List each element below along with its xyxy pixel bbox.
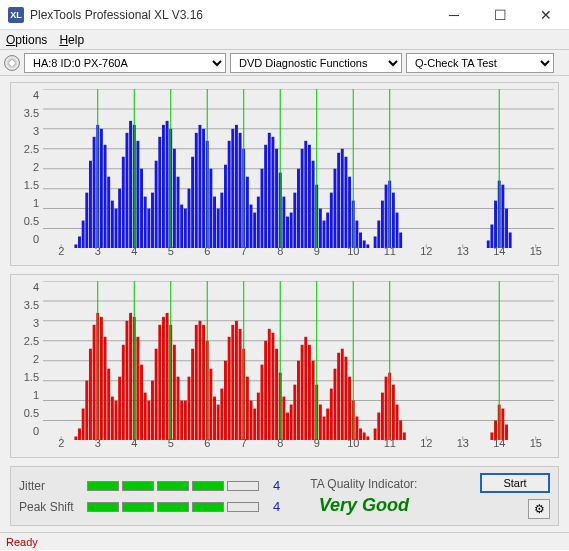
svg-rect-66 — [231, 129, 234, 249]
svg-rect-36 — [122, 157, 125, 249]
svg-rect-85 — [301, 149, 304, 249]
svg-rect-245 — [501, 409, 504, 441]
svg-rect-81 — [286, 217, 289, 249]
svg-rect-184 — [191, 349, 194, 441]
svg-rect-54 — [188, 189, 191, 249]
svg-rect-95 — [337, 153, 340, 249]
svg-rect-50 — [173, 149, 176, 249]
peakshift-row: Peak Shift 4 — [19, 499, 280, 514]
svg-rect-199 — [246, 377, 249, 441]
svg-rect-192 — [220, 389, 223, 441]
svg-rect-68 — [239, 133, 242, 249]
svg-rect-72 — [253, 213, 256, 249]
svg-rect-57 — [198, 125, 201, 249]
svg-rect-217 — [312, 361, 315, 441]
svg-rect-44 — [151, 193, 154, 249]
svg-rect-227 — [348, 377, 351, 441]
svg-rect-56 — [195, 133, 198, 249]
svg-rect-221 — [326, 409, 329, 441]
settings-button[interactable]: ⚙ — [528, 499, 550, 519]
svg-rect-37 — [125, 133, 128, 249]
yaxis-top: 43.532.521.510.50 — [15, 89, 43, 261]
svg-rect-82 — [290, 213, 293, 249]
svg-rect-77 — [271, 137, 274, 249]
svg-rect-87 — [308, 145, 311, 249]
jitter-row: Jitter 4 — [19, 478, 280, 493]
plot-top — [43, 89, 554, 248]
quality-label: TA Quality Indicator: — [310, 477, 417, 491]
svg-rect-55 — [191, 157, 194, 249]
svg-rect-235 — [381, 393, 384, 441]
svg-rect-65 — [228, 141, 231, 249]
svg-rect-238 — [392, 385, 395, 441]
chart-top: 43.532.521.510.50 23456789101112131415 — [10, 82, 559, 266]
quality-value: Very Good — [310, 495, 417, 516]
svg-rect-74 — [261, 169, 264, 249]
svg-rect-75 — [264, 145, 267, 249]
svg-rect-94 — [334, 169, 337, 249]
svg-rect-88 — [312, 161, 315, 249]
peakshift-bars — [87, 502, 259, 512]
menu-options[interactable]: Options — [6, 33, 47, 47]
svg-rect-239 — [396, 405, 399, 441]
svg-rect-35 — [118, 189, 121, 249]
close-button[interactable]: ✕ — [523, 0, 569, 30]
svg-rect-186 — [198, 321, 201, 441]
svg-rect-172 — [147, 401, 150, 441]
svg-rect-71 — [250, 205, 253, 249]
svg-rect-213 — [297, 361, 300, 441]
svg-rect-177 — [166, 313, 169, 441]
svg-rect-170 — [140, 365, 143, 441]
svg-rect-194 — [228, 337, 231, 441]
svg-rect-70 — [246, 177, 249, 249]
menubar: Options Help — [0, 30, 569, 50]
svg-rect-201 — [253, 409, 256, 441]
test-select[interactable]: Q-Check TA Test — [406, 53, 554, 73]
svg-rect-193 — [224, 361, 227, 441]
svg-rect-51 — [177, 177, 180, 249]
statusbar: Ready — [0, 532, 569, 550]
svg-rect-222 — [330, 389, 333, 441]
svg-rect-159 — [100, 317, 103, 441]
maximize-button[interactable]: ☐ — [477, 0, 523, 30]
svg-rect-43 — [147, 209, 150, 249]
svg-rect-97 — [344, 157, 347, 249]
svg-rect-31 — [104, 145, 107, 249]
minimize-button[interactable]: ─ — [431, 0, 477, 30]
svg-rect-110 — [396, 213, 399, 249]
jitter-value: 4 — [273, 478, 280, 493]
svg-rect-224 — [337, 353, 340, 441]
svg-rect-169 — [136, 337, 139, 441]
svg-rect-183 — [188, 377, 191, 441]
svg-rect-165 — [122, 345, 125, 441]
svg-rect-48 — [166, 121, 169, 249]
svg-rect-219 — [319, 405, 322, 441]
start-button[interactable]: Start — [480, 473, 550, 493]
drive-select[interactable]: HA:8 ID:0 PX-760A — [24, 53, 226, 73]
svg-rect-206 — [271, 333, 274, 441]
svg-rect-200 — [250, 401, 253, 441]
svg-rect-211 — [290, 405, 293, 441]
svg-rect-76 — [268, 133, 271, 249]
svg-rect-155 — [85, 381, 88, 441]
svg-rect-189 — [209, 369, 212, 441]
titlebar: XL PlexTools Professional XL V3.16 ─ ☐ ✕ — [0, 0, 569, 30]
svg-rect-93 — [330, 193, 333, 249]
peakshift-value: 4 — [273, 499, 280, 514]
svg-rect-176 — [162, 317, 165, 441]
svg-rect-96 — [341, 149, 344, 249]
svg-rect-216 — [308, 345, 311, 441]
mode-select[interactable]: DVD Diagnostic Functions — [230, 53, 402, 73]
svg-rect-164 — [118, 377, 121, 441]
svg-rect-223 — [334, 369, 337, 441]
xaxis-top: 23456789101112131415 — [43, 245, 554, 261]
svg-rect-28 — [93, 137, 96, 249]
svg-rect-225 — [341, 349, 344, 441]
svg-rect-41 — [140, 169, 143, 249]
svg-rect-236 — [385, 377, 388, 441]
menu-help[interactable]: Help — [59, 33, 84, 47]
svg-rect-195 — [231, 325, 234, 441]
svg-rect-157 — [93, 325, 96, 441]
svg-rect-196 — [235, 321, 238, 441]
svg-rect-34 — [115, 209, 118, 249]
